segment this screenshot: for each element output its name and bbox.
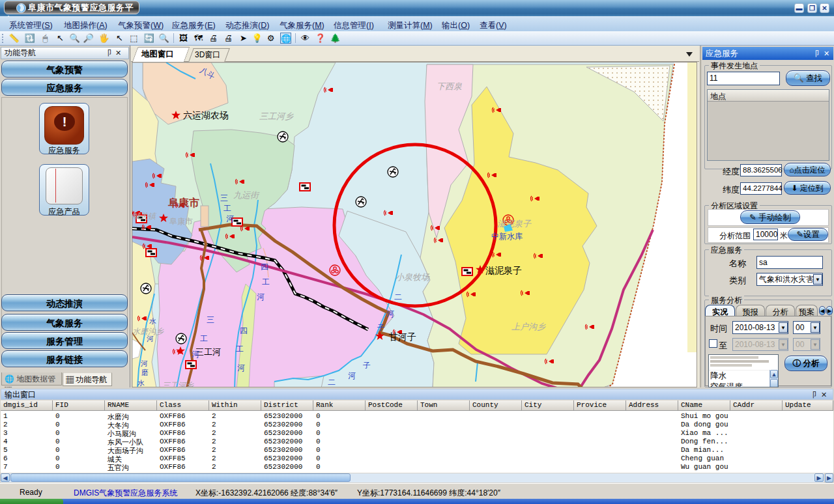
svg-text:下西泉: 下西泉	[437, 81, 462, 91]
svg-text:滋泥泉子: 滋泥泉子	[497, 219, 532, 229]
svg-text:水: 水	[137, 379, 145, 387]
svg-text:四: 四	[261, 262, 268, 272]
svg-text:河: 河	[348, 371, 356, 380]
svg-text:河: 河	[226, 214, 234, 223]
svg-text:甘河子: 甘河子	[389, 331, 416, 342]
svg-text:子: 子	[363, 361, 371, 370]
svg-text:河: 河	[386, 309, 394, 318]
svg-text:河: 河	[237, 363, 245, 372]
svg-text:河: 河	[141, 359, 148, 367]
svg-text:三工河乡: 三工河乡	[259, 111, 294, 121]
svg-text:工: 工	[223, 204, 231, 213]
svg-text:三工河乡: 三工河乡	[162, 381, 194, 387]
svg-text:上户沟乡: 上户沟乡	[511, 322, 546, 331]
svg-text:阜康市: 阜康市	[169, 217, 193, 226]
svg-text:中新水库: 中新水库	[491, 232, 523, 241]
svg-text:阜康市: 阜康市	[167, 197, 199, 208]
svg-text:河: 河	[192, 350, 199, 359]
svg-text:六运湖农场: 六运湖农场	[183, 110, 229, 120]
svg-text:磨: 磨	[141, 369, 149, 376]
svg-text:小泉牧场: 小泉牧场	[395, 272, 430, 282]
svg-text:二: 二	[394, 292, 402, 301]
svg-text:工: 工	[236, 344, 244, 354]
svg-text:工: 工	[262, 277, 270, 287]
svg-text:工: 工	[200, 334, 208, 343]
svg-text:子: 子	[377, 323, 385, 332]
svg-text:四: 四	[240, 326, 248, 335]
svg-text:城关镇: 城关镇	[132, 212, 157, 221]
svg-text:滋泥泉子: 滋泥泉子	[485, 265, 522, 275]
svg-text:九运街: 九运街	[233, 190, 260, 200]
svg-text:三: 三	[220, 193, 228, 203]
svg-text:河: 河	[147, 335, 154, 343]
svg-text:三: 三	[207, 315, 214, 324]
svg-text:二: 二	[328, 378, 336, 387]
svg-text:河: 河	[257, 292, 265, 301]
svg-text:水: 水	[149, 317, 156, 325]
